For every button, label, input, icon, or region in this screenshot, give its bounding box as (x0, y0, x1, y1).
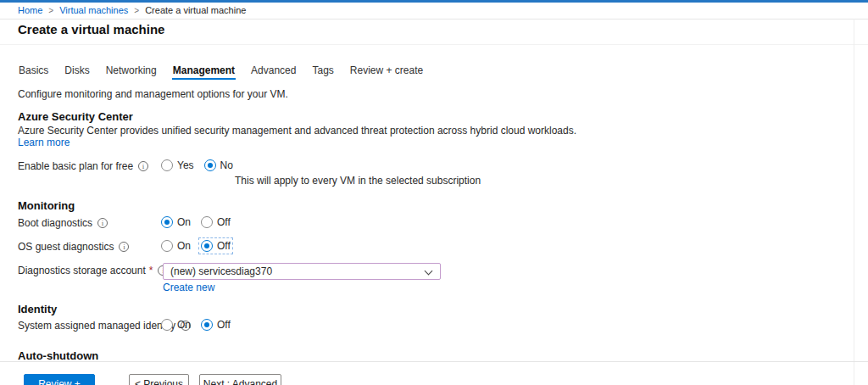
managed-identity-radio-group: On Off (161, 319, 231, 331)
boot-diagnostics-radio-group: On Off (161, 216, 231, 228)
radio-label: Off (217, 240, 231, 252)
tab-advanced[interactable]: Advanced (250, 65, 297, 80)
radio-option-off[interactable]: Off (201, 319, 231, 331)
managed-identity-label-text: System assigned managed identity (18, 320, 175, 332)
subscription-note: This will apply to every VM in the selec… (235, 175, 481, 187)
radio-label: Off (217, 216, 231, 228)
radio-unselected-icon (161, 159, 173, 171)
wizard-tabs: Basics Disks Networking Management Advan… (18, 65, 424, 80)
radio-label: No (220, 159, 233, 171)
panel-right-edge (854, 19, 854, 385)
breadcrumb-link-virtual-machines[interactable]: Virtual machines (59, 5, 128, 15)
os-guest-diagnostics-label: OS guest diagnostics i (18, 241, 129, 253)
section-heading-identity: Identity (18, 303, 57, 315)
radio-label: Yes (177, 159, 194, 171)
top-accent-bar (0, 0, 868, 3)
diagnostics-storage-account-select[interactable]: (new) servicesdiag370 (163, 263, 441, 280)
previous-button[interactable]: < Previous (129, 374, 189, 385)
radio-option-yes[interactable]: Yes (161, 159, 194, 171)
boot-diagnostics-label-text: Boot diagnostics (18, 217, 92, 229)
chevron-right-icon: > (134, 6, 139, 15)
breadcrumb: Home > Virtual machines > Create a virtu… (18, 5, 246, 15)
diagnostics-storage-account-label: Diagnostics storage account * i (18, 265, 168, 276)
radio-option-on[interactable]: On (161, 240, 191, 252)
select-value: (new) servicesdiag370 (170, 265, 272, 277)
page-title: Create a virtual machine (18, 22, 164, 36)
breadcrumb-current-page: Create a virtual machine (145, 5, 246, 15)
radio-label: On (177, 319, 191, 331)
next-advanced-button[interactable]: Next : Advanced > (199, 374, 281, 385)
os-guest-diagnostics-label-text: OS guest diagnostics (18, 241, 114, 253)
info-icon[interactable]: i (138, 161, 148, 171)
os-guest-diagnostics-radio-group: On Off (161, 240, 231, 252)
radio-option-on[interactable]: On (161, 319, 191, 331)
section-heading-security-center: Azure Security Center (18, 110, 133, 123)
radio-label: On (177, 216, 191, 228)
breadcrumb-link-home[interactable]: Home (18, 5, 42, 15)
enable-basic-plan-label: Enable basic plan for free i (18, 160, 148, 172)
radio-selected-icon (201, 240, 213, 252)
radio-unselected-icon (161, 319, 173, 331)
breadcrumb-divider (0, 19, 868, 20)
create-new-link[interactable]: Create new (163, 282, 214, 293)
create-vm-page: Home > Virtual machines > Create a virtu… (0, 0, 868, 385)
tab-disks[interactable]: Disks (64, 65, 90, 80)
required-marker: * (149, 265, 153, 276)
enable-basic-plan-radio-group: Yes No (161, 159, 233, 171)
tab-review-create[interactable]: Review + create (349, 65, 424, 80)
tab-basics[interactable]: Basics (18, 65, 49, 80)
tab-tags[interactable]: Tags (311, 65, 334, 80)
radio-selected-icon (161, 216, 173, 228)
tab-networking[interactable]: Networking (105, 65, 158, 80)
diagnostics-storage-account-label-text: Diagnostics storage account (18, 265, 146, 276)
radio-unselected-icon (161, 240, 173, 252)
radio-selected-icon (204, 159, 216, 171)
info-icon[interactable]: i (119, 242, 129, 252)
title-divider (0, 44, 868, 45)
review-create-button[interactable]: Review + create (24, 374, 95, 385)
security-center-description: Azure Security Center provides unified s… (18, 125, 576, 137)
radio-option-off[interactable]: Off (201, 240, 231, 252)
tab-management[interactable]: Management (172, 65, 236, 80)
enable-basic-plan-label-text: Enable basic plan for free (18, 160, 133, 172)
radio-option-off[interactable]: Off (201, 216, 231, 228)
info-icon[interactable]: i (97, 218, 108, 228)
section-heading-auto-shutdown: Auto-shutdown (18, 349, 98, 362)
radio-selected-icon (201, 319, 213, 331)
tab-description: Configure monitoring and management opti… (18, 88, 288, 100)
boot-diagnostics-label: Boot diagnostics i (18, 217, 108, 229)
learn-more-link[interactable]: Learn more (18, 137, 70, 148)
chevron-right-icon: > (48, 6, 53, 15)
radio-option-on[interactable]: On (161, 216, 191, 228)
footer-divider (0, 361, 868, 362)
radio-unselected-icon (201, 216, 213, 228)
section-heading-monitoring: Monitoring (18, 199, 75, 212)
chevron-down-icon (425, 267, 433, 276)
radio-label: On (177, 240, 191, 252)
radio-label: Off (217, 319, 231, 331)
radio-option-no[interactable]: No (204, 159, 233, 171)
